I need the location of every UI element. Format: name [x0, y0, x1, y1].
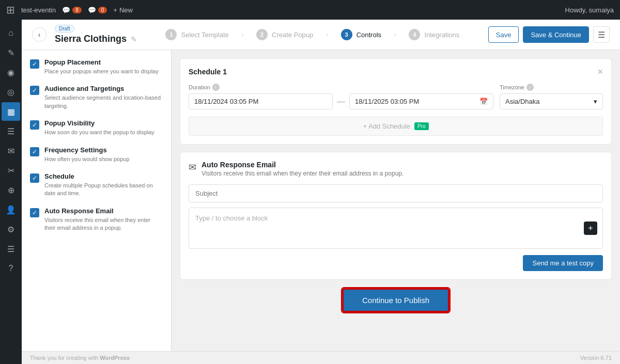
end-date-input[interactable]: 18/11/2025 03:05 PM 📅	[349, 93, 493, 109]
email-card-title: Auto Response Email	[202, 161, 404, 169]
timezone-info-icon: i	[526, 84, 534, 91]
section-placement-desc: Place your popups where you want to disp…	[44, 68, 159, 75]
publish-row: Continue to Publish	[180, 280, 612, 316]
section-frequency-title: Frequency Settings	[44, 146, 130, 154]
wordpress-link[interactable]: WordPress	[100, 355, 130, 361]
subject-input[interactable]	[189, 184, 603, 202]
step-3-label: Controls	[357, 31, 381, 39]
sidebar-icon-user[interactable]: 👤	[2, 200, 20, 219]
admin-bar: ⊞ test-eventin 💬 8 💬 0 + New Howdy, suma…	[0, 0, 620, 20]
checkbox-visibility[interactable]: ✓	[30, 120, 39, 130]
section-email-title: Auto Response Email	[44, 207, 163, 215]
sidebar-section-visibility: ✓ Popup Visibility How soon do you want …	[30, 119, 163, 136]
checkbox-frequency[interactable]: ✓	[30, 147, 39, 156]
pro-badge: Pro	[414, 122, 429, 130]
draft-badge: Draft	[55, 25, 74, 33]
comments-count: 8	[72, 7, 82, 13]
sidebar-section-email: ✓ Auto Response Email Visitors receive t…	[30, 207, 163, 232]
notifications-bar-item[interactable]: 💬 0	[88, 6, 107, 14]
sidebar-icon-tools[interactable]: ✂	[2, 161, 20, 180]
sidebar-icon-pages[interactable]: ☰	[2, 122, 20, 140]
add-block-button[interactable]: +	[584, 221, 597, 235]
section-frequency-desc: How often you would show popup	[44, 155, 130, 163]
email-card-icon: ✉	[189, 162, 196, 173]
sidebar-icon-plugin[interactable]: ▦	[2, 102, 20, 121]
editor-area[interactable]: Type / to choose a block +	[189, 208, 603, 249]
sidebar-icon-analytics[interactable]: ◉	[2, 63, 20, 82]
popup-title-area: Draft Sierra Clothings ✎	[55, 25, 137, 44]
chevron-down-icon: ▾	[594, 98, 597, 105]
section-audience-title: Audience and Targetings	[44, 85, 163, 92]
save-continue-button[interactable]: Save & Continue	[523, 26, 589, 43]
site-name[interactable]: test-eventin	[21, 6, 56, 14]
sidebar-icon-admin[interactable]: ☰	[2, 240, 20, 258]
new-content-button[interactable]: + New	[113, 6, 133, 14]
section-schedule-title: Schedule	[44, 172, 163, 180]
plus-icon: +	[588, 224, 593, 233]
sidebar-section-placement: ✓ Popup Placement Place your popups wher…	[30, 58, 163, 75]
checkbox-placement[interactable]: ✓	[30, 59, 39, 69]
back-button[interactable]: ‹	[32, 27, 47, 42]
email-card-desc: Visitors receive this email when they en…	[202, 170, 404, 177]
steps-navigation: 1 Select Template › 2 Create Popup › 3 C…	[145, 29, 480, 40]
sidebar-icon-target[interactable]: ◎	[2, 83, 20, 101]
sidebar-section-frequency: ✓ Frequency Settings How often you would…	[30, 146, 163, 163]
step-4-number: 4	[409, 29, 420, 40]
comments-bar-item[interactable]: 💬 8	[62, 6, 82, 14]
howdy-text: Howdy, sumaiya	[565, 6, 614, 14]
checkbox-email[interactable]: ✓	[30, 208, 39, 217]
sidebar-icon-comments[interactable]: ✉	[2, 141, 20, 160]
bubble-icon: 💬	[62, 6, 70, 14]
continue-publish-button[interactable]: Continue to Publish	[342, 288, 450, 312]
step-controls[interactable]: 3 Controls	[341, 29, 381, 40]
send-test-copy-button[interactable]: Send me a test copy	[523, 255, 603, 271]
section-placement-title: Popup Placement	[44, 58, 159, 66]
step-integrations[interactable]: 4 Integrations	[409, 29, 459, 40]
section-email-desc: Visitors receive this email when they en…	[44, 216, 163, 232]
notes-icon[interactable]: ☰	[593, 26, 610, 43]
start-date-input[interactable]: 18/11/2024 03:05 PM	[189, 93, 333, 109]
notifications-count: 0	[98, 7, 107, 13]
schedule-card: Schedule 1 × Duration i	[180, 58, 612, 145]
sidebar-icon-markers[interactable]: ⊕	[2, 181, 20, 199]
sidebar-icon-help[interactable]: ?	[2, 259, 20, 278]
add-schedule-button[interactable]: + Add Schedule Pro	[189, 117, 603, 136]
sidebar-icon-settings[interactable]: ⚙	[2, 220, 20, 239]
step-2-label: Create Popup	[272, 31, 313, 39]
sidebar-section-schedule: ✓ Schedule Create multiple Popup schedul…	[30, 172, 163, 198]
schedule-close-button[interactable]: ×	[597, 67, 603, 76]
plugin-header: ‹ Draft Sierra Clothings ✎ 1 Select Temp…	[22, 20, 620, 50]
version-text: Version 6.71	[580, 355, 612, 361]
plus-icon: +	[113, 6, 117, 14]
save-button[interactable]: Save	[488, 26, 519, 43]
right-panel: Schedule 1 × Duration i	[172, 50, 620, 351]
step-1-number: 1	[165, 29, 177, 40]
sidebar-icon-posts[interactable]: ✎	[2, 43, 20, 62]
left-panel: ✓ Popup Placement Place your popups wher…	[22, 50, 172, 351]
section-visibility-desc: How soon do you want the popup to displa…	[44, 129, 154, 136]
section-visibility-title: Popup Visibility	[44, 119, 154, 127]
sidebar-icon-dashboard[interactable]: ⌂	[2, 24, 20, 42]
step-create-popup[interactable]: 2 Create Popup	[256, 29, 313, 40]
timezone-label: Timezone	[500, 84, 524, 90]
timezone-select[interactable]: Asia/Dhaka ▾	[500, 93, 603, 109]
schedule-card-title: Schedule 1	[189, 68, 227, 76]
checkbox-schedule[interactable]: ✓	[30, 173, 39, 183]
editor-placeholder: Type / to choose a block	[195, 214, 268, 222]
wp-sidebar: ⌂ ✎ ◉ ◎ ▦ ☰ ✉ ✂ ⊕ 👤 ⚙ ☰ ?	[0, 20, 22, 364]
header-actions: Save Save & Continue ☰	[488, 26, 610, 43]
notification-icon: 💬	[88, 6, 96, 14]
date-separator: —	[337, 97, 345, 106]
step-2-number: 2	[256, 29, 268, 40]
step-select-template[interactable]: 1 Select Template	[165, 29, 228, 40]
duration-info-icon: i	[212, 84, 220, 91]
footer-text: Thank you for creating with WordPress	[30, 355, 130, 361]
wp-footer: Thank you for creating with WordPress Ve…	[22, 351, 620, 364]
step-divider-1: ›	[241, 30, 244, 39]
duration-label: Duration	[189, 84, 210, 90]
section-schedule-desc: Create multiple Popup schedules based on…	[44, 182, 163, 198]
edit-title-icon[interactable]: ✎	[131, 35, 137, 43]
email-card: ✉ Auto Response Email Visitors receive t…	[180, 152, 612, 280]
calendar-icon: 📅	[479, 98, 488, 105]
checkbox-audience[interactable]: ✓	[30, 86, 39, 95]
